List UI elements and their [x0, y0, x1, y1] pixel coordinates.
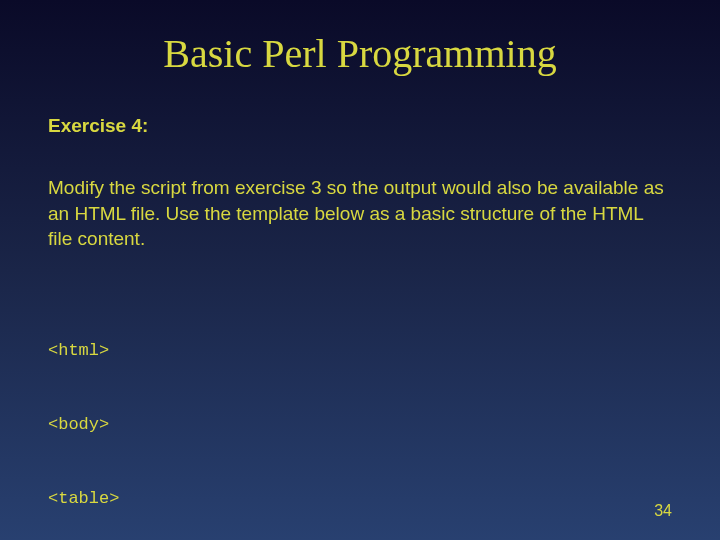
code-line: <body> — [48, 413, 672, 438]
code-line: <html> — [48, 339, 672, 364]
exercise-description: Modify the script from exercise 3 so the… — [48, 175, 672, 252]
exercise-label: Exercise 4: — [48, 115, 672, 137]
code-template-block: <html> <body> <table> <tr><td>Name</td><… — [48, 290, 672, 540]
code-line: <table> — [48, 487, 672, 512]
slide-title: Basic Perl Programming — [48, 30, 672, 77]
page-number: 34 — [654, 502, 672, 520]
slide-container: Basic Perl Programming Exercise 4: Modif… — [0, 0, 720, 540]
